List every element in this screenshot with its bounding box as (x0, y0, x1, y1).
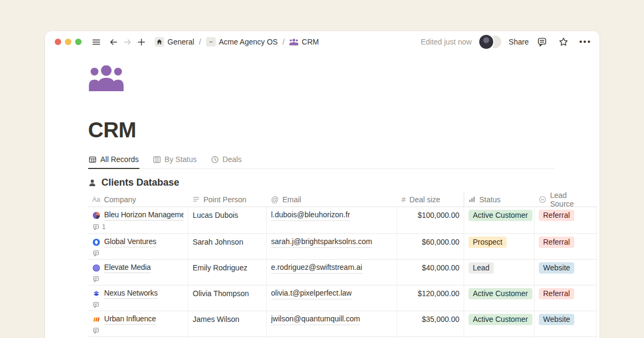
lead-source-cell[interactable]: Referral (535, 285, 597, 311)
point-person-cell[interactable]: Lucas Dubois (188, 207, 267, 233)
person-icon (88, 179, 97, 187)
table-row: Bleu Horizon Management 1 Lucas Dubois l… (88, 207, 597, 234)
zoom-window-button[interactable] (75, 39, 82, 45)
point-person-cell[interactable]: Emily Rodriguez (188, 260, 267, 285)
point-person-cell[interactable]: James Wilson (188, 311, 267, 336)
email-value: sarah.j@brightsparksolns.com (271, 237, 372, 248)
deal-size-value: $40,000.00 (422, 262, 459, 273)
table-row: Global Ventures Sarah Johnson sarah.j@br… (88, 234, 597, 260)
page-content: CRM All Records By Status Deals (45, 65, 599, 338)
email-value: e.rodriguez@swiftstream.ai (271, 262, 362, 274)
tab-all-records[interactable]: All Records (88, 154, 140, 168)
table-row: Urban Influence James Wilson jwilson@qua… (88, 311, 597, 337)
lead-source-cell[interactable]: Website (535, 260, 597, 285)
column-header-email[interactable]: @ Email (267, 192, 397, 207)
edited-status: Edited just now (421, 38, 472, 46)
share-button[interactable]: Share (509, 38, 529, 46)
company-cell[interactable]: Urban Influence (88, 311, 188, 336)
point-person-value: Olivia Thompson (193, 288, 249, 299)
database-header: Clients Database (88, 177, 554, 188)
column-header-lead-source[interactable]: Lead Source (535, 192, 597, 207)
status-cell[interactable]: Active Customer (464, 311, 535, 336)
lead-source-badge: Referral (539, 237, 574, 248)
topbar-actions: Edited just now Share ••• (421, 35, 591, 49)
top-bar: General / Acme Agency OS / CRM Edited ju… (45, 31, 599, 53)
table-icon (89, 156, 97, 164)
view-tabs: All Records By Status Deals (88, 154, 554, 169)
breadcrumb-item-general[interactable]: General (152, 36, 196, 48)
database-title[interactable]: Clients Database (101, 177, 179, 188)
status-badge: Prospect (469, 237, 507, 248)
deal-size-cell[interactable]: $40,000.00 (397, 260, 464, 285)
status-cell[interactable]: Lead (464, 260, 535, 285)
lead-source-cell[interactable]: Referral (535, 207, 597, 233)
email-cell[interactable]: sarah.j@brightsparksolns.com (267, 234, 397, 259)
status-cell[interactable]: Active Customer (464, 285, 535, 311)
company-cell[interactable]: Elevate Media (88, 260, 188, 285)
tab-by-status[interactable]: By Status (152, 154, 197, 168)
page-people-icon[interactable] (88, 65, 125, 91)
status-cell[interactable]: Active Customer (464, 207, 535, 233)
column-header-point-person[interactable]: Point Person (188, 192, 267, 207)
tab-deals[interactable]: Deals (210, 154, 243, 168)
point-person-value: Lucas Dubois (193, 210, 238, 221)
point-person-cell[interactable]: Olivia Thompson (188, 285, 267, 311)
comment-count (92, 327, 184, 334)
database-table: Aa Company Point Person @ Email # Deal s… (88, 192, 597, 338)
lead-source-badge: Referral (539, 210, 574, 221)
column-header-status[interactable]: Status (464, 192, 535, 207)
text-icon (193, 196, 200, 203)
point-person-value: James Wilson (193, 314, 239, 325)
company-logo-icon (92, 211, 100, 219)
deal-size-cell[interactable]: $120,000.00 (397, 285, 464, 311)
close-window-button[interactable] (55, 39, 61, 45)
presence-avatars[interactable] (479, 35, 501, 49)
breadcrumb-item-workspace[interactable]: Acme Agency OS (204, 36, 280, 48)
point-person-value: Sarah Johnson (193, 237, 243, 247)
forward-button[interactable] (121, 36, 133, 48)
status-badge: Active Customer (469, 288, 532, 299)
lead-source-cell[interactable]: Referral (535, 234, 597, 259)
table-row: Nexus Networks Olivia Thompson olivia.t@… (88, 285, 597, 311)
sidebar-toggle-icon[interactable] (90, 36, 102, 48)
table-row: Elevate Media Emily Rodriguez e.rodrigue… (88, 260, 597, 285)
deal-size-value: $60,000.00 (422, 237, 459, 247)
breadcrumb-label: General (167, 38, 194, 46)
email-cell[interactable]: olivia.t@pixelperfect.law (267, 285, 397, 311)
new-page-button[interactable] (135, 36, 147, 48)
email-cell[interactable]: e.rodriguez@swiftstream.ai (267, 260, 397, 285)
point-person-value: Emily Rodriguez (193, 262, 247, 273)
email-cell[interactable]: jwilson@quantumquill.com (267, 311, 397, 336)
status-badge: Active Customer (469, 210, 532, 221)
deal-size-cell[interactable]: $35,000.00 (397, 311, 464, 336)
lead-source-badge: Website (539, 314, 574, 325)
comments-icon[interactable] (536, 36, 548, 48)
comment-count (92, 276, 184, 282)
column-header-deal-size[interactable]: # Deal size (397, 192, 464, 207)
deal-size-cell[interactable]: $100,000.00 (397, 207, 464, 233)
at-icon: @ (271, 195, 279, 204)
minimize-window-button[interactable] (65, 39, 71, 45)
company-cell[interactable]: Global Ventures (88, 234, 188, 259)
company-cell[interactable]: Bleu Horizon Management 1 (88, 207, 188, 233)
deal-size-cell[interactable]: $60,000.00 (397, 234, 464, 259)
point-person-cell[interactable]: Sarah Johnson (188, 234, 267, 259)
dash-icon (206, 37, 216, 47)
lead-source-cell[interactable]: Website (535, 311, 597, 336)
email-cell[interactable]: l.dubois@bleuhorizon.fr (267, 207, 397, 233)
favorite-star-icon[interactable] (558, 36, 569, 48)
table-body: Bleu Horizon Management 1 Lucas Dubois l… (88, 207, 597, 338)
breadcrumb-item-crm[interactable]: CRM (287, 36, 321, 47)
board-icon (153, 156, 161, 164)
more-options-icon[interactable]: ••• (579, 38, 591, 46)
column-header-company[interactable]: Aa Company (88, 192, 188, 207)
back-button[interactable] (107, 36, 119, 48)
lead-source-badge: Referral (539, 288, 574, 299)
page-title[interactable]: CRM (88, 118, 554, 142)
status-cell[interactable]: Prospect (464, 234, 535, 259)
select-icon (539, 196, 546, 203)
breadcrumb: General / Acme Agency OS / CRM (152, 36, 321, 48)
company-logo-icon (92, 264, 100, 272)
people-icon (289, 39, 298, 46)
company-cell[interactable]: Nexus Networks (88, 285, 188, 311)
